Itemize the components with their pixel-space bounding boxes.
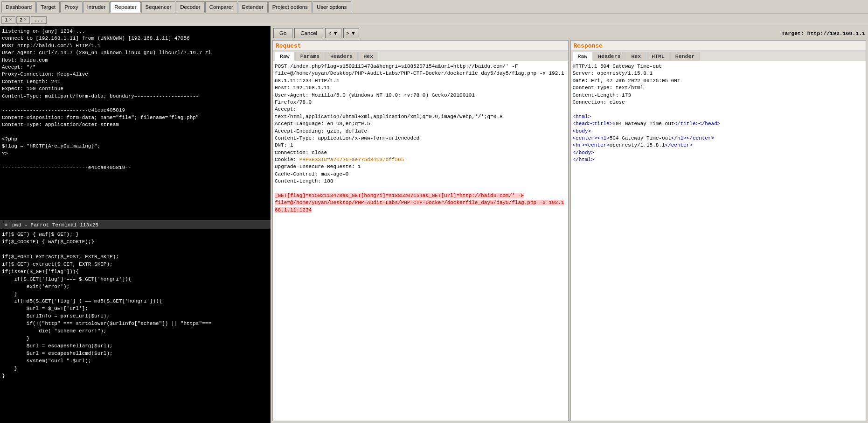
request-tab-headers[interactable]: Headers (325, 52, 358, 61)
forward-label: > ▼ (347, 30, 356, 36)
tab-1-close[interactable]: × (9, 17, 12, 22)
response-tab-html[interactable]: HTML (646, 52, 670, 61)
tab-intruder[interactable]: Intruder (83, 1, 110, 13)
response-body[interactable]: HTTP/1.1 504 Gateway Time-out Server: op… (571, 61, 866, 421)
terminal-status-text: pwd - Parrot Terminal 113x25 (12, 222, 98, 228)
cancel-button[interactable]: Cancel (294, 28, 323, 38)
tab-1-label: 1 (5, 17, 8, 23)
terminal-output: listening on [any] 1234 ... connect to [… (0, 26, 271, 220)
request-tab-params[interactable]: Params (295, 52, 325, 61)
response-tab-headers[interactable]: Headers (593, 52, 625, 61)
tab-user-options[interactable]: User options (312, 1, 351, 13)
back-label: < ▼ (328, 30, 338, 36)
repeater-controls: Go Cancel < ▼ > ▼ Target: http://192.168… (271, 26, 868, 40)
terminal-panel: listening on [any] 1234 ... connect to [… (0, 26, 271, 423)
request-body[interactable]: POST /index.php?flag=s1502113478a&hongri… (273, 61, 568, 421)
tab-more-button[interactable]: ... (31, 16, 47, 24)
repeater-tab-2[interactable]: 2 × (16, 16, 30, 24)
request-tab-raw[interactable]: Raw (275, 52, 295, 61)
tab-comparer[interactable]: Comparer (205, 1, 237, 13)
request-sub-tabs: Raw Params Headers Hex (273, 51, 568, 61)
tab-2-label: 2 (20, 17, 23, 23)
tab-target[interactable]: Target (36, 1, 60, 13)
response-sub-tabs: Raw Headers Hex HTML Render (571, 51, 866, 61)
request-tab-hex[interactable]: Hex (358, 52, 378, 61)
tab-extender[interactable]: Extender (238, 1, 268, 13)
tab-2-close[interactable]: × (24, 17, 27, 22)
tab-decoder[interactable]: Decoder (176, 1, 204, 13)
response-title: Response (571, 41, 866, 51)
terminal-icon: ⊞ (3, 222, 9, 228)
terminal-status-bar: ⊞ pwd - Parrot Terminal 113x25 (0, 220, 271, 229)
tab-proxy[interactable]: Proxy (60, 1, 82, 13)
repeater-tab-1[interactable]: 1 × (1, 16, 15, 24)
terminal-code: if($_GET) { waf($_GET); } if($_COOKIE) {… (0, 229, 271, 423)
request-title: Request (273, 41, 568, 51)
forward-button[interactable]: > ▼ (343, 28, 359, 38)
response-tab-raw[interactable]: Raw (573, 52, 593, 61)
tab-repeater[interactable]: Repeater (110, 1, 140, 13)
response-tab-hex[interactable]: Hex (626, 52, 646, 61)
request-panel: Request Raw Params Headers Hex POST /ind… (272, 40, 569, 421)
response-panel: Response Raw Headers Hex HTML Render HTT… (570, 40, 867, 421)
repeater-panel: Go Cancel < ▼ > ▼ Target: http://192.168… (271, 26, 868, 423)
main-content: listening on [any] 1234 ... connect to [… (0, 26, 868, 423)
target-label: Target: http://192.168.1.1 (782, 30, 865, 36)
tab-dashboard[interactable]: Dashboard (1, 1, 36, 13)
main-nav-bar: Dashboard Target Proxy Intruder Repeater… (0, 0, 868, 14)
tab-sequencer[interactable]: Sequencer (141, 1, 176, 13)
go-button[interactable]: Go (273, 28, 292, 38)
req-res-split: Request Raw Params Headers Hex POST /ind… (271, 40, 868, 423)
back-button[interactable]: < ▼ (325, 28, 341, 38)
repeater-tab-row: 1 × 2 × ... (0, 14, 868, 26)
response-tab-render[interactable]: Render (670, 52, 700, 61)
tab-project-options[interactable]: Project options (268, 1, 312, 13)
